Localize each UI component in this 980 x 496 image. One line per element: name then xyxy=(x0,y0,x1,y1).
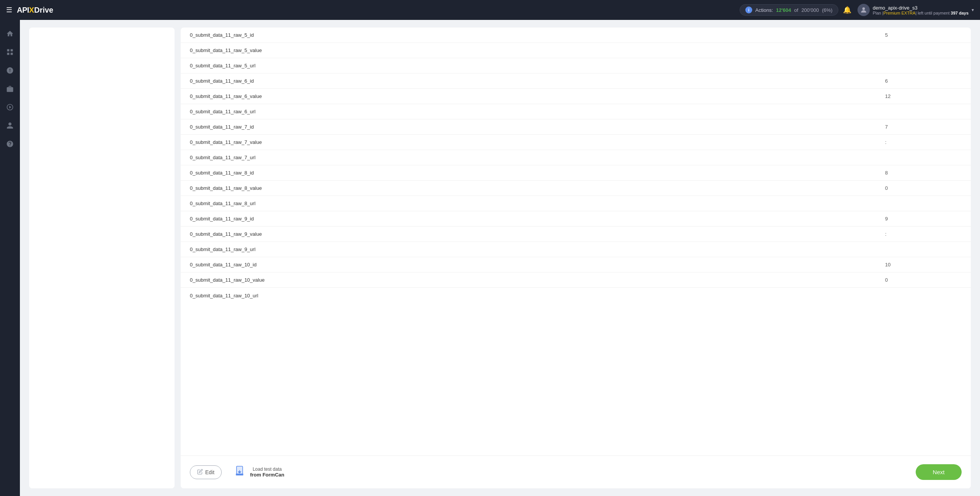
edit-button[interactable]: Edit xyxy=(190,465,222,479)
actions-label: Actions: xyxy=(755,7,773,13)
row-value: : xyxy=(885,227,962,241)
row-value: 5 xyxy=(885,28,962,42)
table-row: 0_submit_data_11_raw_6_id6 xyxy=(181,73,971,89)
download-icon xyxy=(235,465,247,479)
row-value xyxy=(885,246,962,253)
row-value: 7 xyxy=(885,120,962,134)
plan-name: Premium EXTRA xyxy=(884,11,916,15)
svg-rect-3 xyxy=(236,473,243,475)
row-key: 0_submit_data_11_raw_6_id xyxy=(190,74,885,88)
actions-total: 200'000 xyxy=(801,7,819,13)
edit-label: Edit xyxy=(205,469,214,475)
sidebar-item-grid[interactable] xyxy=(2,44,18,60)
chevron-down-icon: ▾ xyxy=(972,7,974,13)
row-value: 0 xyxy=(885,181,962,195)
user-plan: Plan |Premium EXTRA| left until payment … xyxy=(873,11,969,15)
plan-days: 397 days xyxy=(951,11,969,15)
row-key: 0_submit_data_11_raw_9_url xyxy=(190,243,885,256)
user-name: demo_apix-drive_s3 xyxy=(873,5,969,11)
load-label-line2: from FormCan xyxy=(250,472,284,478)
row-key: 0_submit_data_11_raw_8_url xyxy=(190,197,885,210)
table-row: 0_submit_data_11_raw_8_value0 xyxy=(181,181,971,196)
edit-icon xyxy=(197,469,203,476)
sidebar-item-billing[interactable] xyxy=(2,63,18,78)
row-key: 0_submit_data_11_raw_6_url xyxy=(190,105,885,118)
table-row: 0_submit_data_11_raw_6_value12 xyxy=(181,89,971,104)
user-info: demo_apix-drive_s3 Plan |Premium EXTRA| … xyxy=(873,5,969,15)
svg-point-0 xyxy=(862,7,865,10)
next-button[interactable]: Next xyxy=(916,464,962,480)
main-layout: 0_submit_data_11_raw_5_id50_submit_data_… xyxy=(0,20,980,496)
row-key: 0_submit_data_11_raw_10_value xyxy=(190,273,885,287)
row-key: 0_submit_data_11_raw_6_value xyxy=(190,90,885,103)
bell-icon[interactable]: 🔔 xyxy=(843,6,851,14)
table-row: 0_submit_data_11_raw_9_id9 xyxy=(181,211,971,227)
row-key: 0_submit_data_11_raw_9_id xyxy=(190,212,885,225)
user-section[interactable]: demo_apix-drive_s3 Plan |Premium EXTRA| … xyxy=(858,4,974,16)
sidebar-item-user[interactable] xyxy=(2,118,18,133)
topbar: ☰ API X Drive i Actions: 12'604 of 200'0… xyxy=(0,0,980,20)
logo-api: API xyxy=(17,6,29,15)
topbar-center: i Actions: 12'604 of 200'000 (6%) xyxy=(740,4,838,16)
content-area: 0_submit_data_11_raw_5_id50_submit_data_… xyxy=(20,20,980,496)
data-table: 0_submit_data_11_raw_5_id50_submit_data_… xyxy=(181,28,971,455)
row-value: 9 xyxy=(885,212,962,225)
row-key: 0_submit_data_11_raw_7_url xyxy=(190,151,885,164)
actions-badge: i Actions: 12'604 of 200'000 (6%) xyxy=(740,4,838,16)
table-row: 0_submit_data_11_raw_7_id7 xyxy=(181,119,971,135)
hamburger-menu[interactable]: ☰ xyxy=(6,6,12,14)
sidebar xyxy=(0,20,20,496)
table-row: 0_submit_data_11_raw_8_url xyxy=(181,196,971,211)
actions-of: of xyxy=(794,7,799,13)
main-panel: 0_submit_data_11_raw_5_id50_submit_data_… xyxy=(181,28,971,488)
topbar-right: 🔔 demo_apix-drive_s3 Plan |Premium EXTRA… xyxy=(843,4,974,16)
row-value: 0 xyxy=(885,273,962,287)
actions-used: 12'604 xyxy=(776,7,791,13)
row-value: 8 xyxy=(885,166,962,179)
sidebar-item-tools[interactable] xyxy=(2,81,18,96)
table-row: 0_submit_data_11_raw_5_id5 xyxy=(181,28,971,43)
table-row: 0_submit_data_11_raw_8_id8 xyxy=(181,165,971,181)
actions-pct: (6%) xyxy=(822,7,832,13)
logo-drive: Drive xyxy=(34,6,53,15)
row-value: : xyxy=(885,135,962,149)
row-key: 0_submit_data_11_raw_5_value xyxy=(190,44,885,57)
row-value xyxy=(885,108,962,116)
table-row: 0_submit_data_11_raw_10_value0 xyxy=(181,272,971,288)
table-row: 0_submit_data_11_raw_7_url xyxy=(181,150,971,165)
row-key: 0_submit_data_11_raw_8_value xyxy=(190,181,885,195)
table-row: 0_submit_data_11_raw_7_value: xyxy=(181,135,971,150)
row-key: 0_submit_data_11_raw_5_id xyxy=(190,28,885,42)
row-value xyxy=(885,154,962,162)
table-row: 0_submit_data_11_raw_9_url xyxy=(181,242,971,257)
sidebar-item-video[interactable] xyxy=(2,100,18,115)
row-value: 6 xyxy=(885,74,962,88)
load-label-line1: Load test data xyxy=(250,467,284,472)
row-value: 12 xyxy=(885,90,962,103)
table-row: 0_submit_data_11_raw_5_value xyxy=(181,43,971,58)
row-value xyxy=(885,200,962,207)
row-key: 0_submit_data_11_raw_9_value xyxy=(190,227,885,241)
row-key: 0_submit_data_11_raw_8_id xyxy=(190,166,885,179)
logo-x: X xyxy=(29,6,34,15)
table-row: 0_submit_data_11_raw_6_url xyxy=(181,104,971,119)
table-row: 0_submit_data_11_raw_10_id10 xyxy=(181,257,971,272)
row-key: 0_submit_data_11_raw_10_id xyxy=(190,258,885,271)
sidebar-item-help[interactable] xyxy=(2,136,18,152)
table-row: 0_submit_data_11_raw_9_value: xyxy=(181,227,971,242)
info-icon: i xyxy=(745,7,752,13)
avatar xyxy=(858,4,870,16)
load-test-data-button[interactable]: Load test data from FormCan xyxy=(228,462,291,482)
table-row: 0_submit_data_11_raw_5_url xyxy=(181,58,971,73)
load-text: Load test data from FormCan xyxy=(250,467,284,478)
panel-footer: Edit xyxy=(181,455,971,488)
row-key: 0_submit_data_11_raw_10_url xyxy=(190,289,885,302)
row-key: 0_submit_data_11_raw_7_value xyxy=(190,135,885,149)
sidebar-item-home[interactable] xyxy=(2,26,18,41)
row-value: 10 xyxy=(885,258,962,271)
logo: API X Drive xyxy=(17,6,53,15)
row-key: 0_submit_data_11_raw_7_id xyxy=(190,120,885,134)
left-panel xyxy=(29,28,175,488)
row-value xyxy=(885,62,962,70)
table-row: 0_submit_data_11_raw_10_url xyxy=(181,288,971,303)
